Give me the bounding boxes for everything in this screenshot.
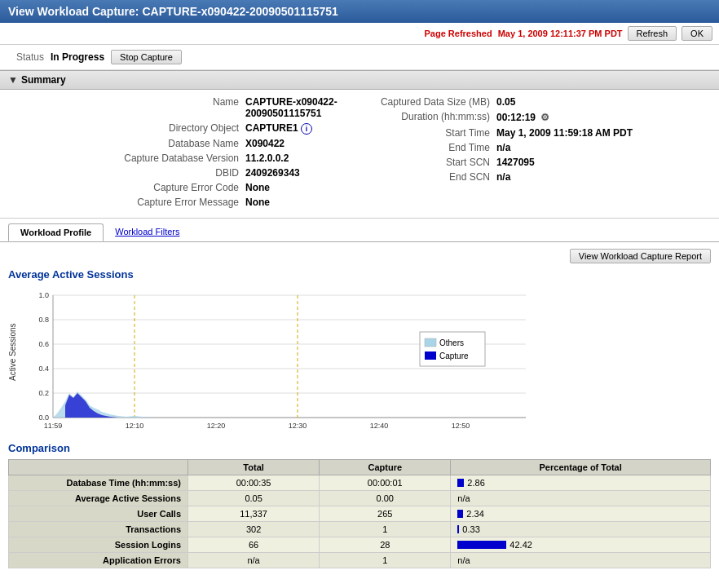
cell-pct-db-time: 2.86 [451, 475, 711, 491]
content-area: View Workload Capture Report Average Act… [0, 242, 719, 575]
collapse-icon: ▼ [8, 74, 18, 86]
ok-button[interactable]: OK [682, 26, 712, 41]
row-label-session-logins: Session Logins [9, 537, 188, 553]
cell-total-db-time: 00:00:35 [188, 475, 320, 491]
svg-text:1.0: 1.0 [38, 291, 49, 299]
cell-total-session-logins: 66 [188, 537, 320, 553]
svg-text:12:50: 12:50 [452, 422, 470, 430]
refresh-button[interactable]: Refresh [628, 26, 677, 41]
cell-total-avg-sessions: 0.05 [188, 491, 320, 506]
field-name: Name CAPTURE-x090422-20090501115751 [16, 96, 343, 119]
svg-text:12:40: 12:40 [370, 422, 389, 430]
cell-capture-app-errors: 1 [320, 553, 451, 568]
summary-header[interactable]: ▼ Summary [0, 70, 719, 90]
status-value: In Progress [51, 51, 104, 63]
cell-capture-transactions: 1 [320, 522, 451, 537]
field-directory: Directory Object CAPTURE1 i [16, 122, 343, 135]
col-header-label [9, 460, 188, 475]
svg-text:Others: Others [439, 338, 464, 347]
svg-text:0.4: 0.4 [38, 365, 49, 373]
page-title: View Workload Capture: CAPTURE-x090422-2… [0, 0, 719, 23]
svg-text:0.6: 0.6 [38, 340, 49, 348]
cell-pct-user-calls: 2.34 [451, 506, 711, 522]
tab-workload-profile[interactable]: Workload Profile [8, 223, 104, 241]
row-label-user-calls: User Calls [9, 506, 188, 522]
summary-right: Captured Data Size (MB) 0.05 Duration (h… [360, 96, 719, 211]
table-row: Database Time (hh:mm:ss) 00:00:35 00:00:… [9, 475, 711, 491]
pct-bar-user-calls [457, 510, 463, 518]
svg-text:0.2: 0.2 [38, 389, 49, 397]
svg-text:12:30: 12:30 [289, 422, 307, 430]
field-error-message: Capture Error Message None [16, 197, 343, 208]
svg-rect-26 [425, 338, 436, 347]
status-row: Status In Progress Stop Capture [0, 45, 719, 70]
cell-total-transactions: 302 [188, 522, 320, 537]
top-bar: Page Refreshed May 1, 2009 12:11:37 PM P… [0, 23, 719, 45]
col-header-capture: Capture [320, 460, 451, 475]
field-end-scn: End SCN n/a [376, 171, 703, 183]
row-label-db-time: Database Time (hh:mm:ss) [9, 475, 188, 491]
chart-area: Active Sessions 1.0 0.8 0.6 0.4 0.2 [8, 287, 711, 432]
field-data-size: Captured Data Size (MB) 0.05 [376, 96, 703, 108]
field-start-scn: Start SCN 1427095 [376, 157, 703, 168]
table-row: Transactions 302 1 0.33 [9, 522, 711, 537]
pct-bar-transactions [457, 525, 459, 533]
svg-text:0.8: 0.8 [38, 316, 49, 324]
stop-capture-button[interactable]: Stop Capture [111, 50, 182, 64]
svg-text:12:10: 12:10 [126, 422, 144, 430]
summary-section: Name CAPTURE-x090422-20090501115751 Dire… [0, 90, 719, 219]
row-label-avg-sessions: Average Active Sessions [9, 491, 188, 506]
y-axis-label: Active Sessions [8, 287, 17, 418]
col-header-total: Total [188, 460, 320, 475]
field-dbid: DBID 2409269343 [16, 167, 343, 179]
view-report-button[interactable]: View Workload Capture Report [570, 249, 711, 263]
summary-left: Name CAPTURE-x090422-20090501115751 Dire… [0, 96, 360, 211]
svg-marker-23 [53, 391, 493, 418]
refresh-info: Page Refreshed May 1, 2009 12:11:37 PM P… [424, 29, 622, 38]
cell-pct-app-errors: n/a [451, 553, 711, 568]
pct-bar-session-logins [457, 541, 506, 549]
chart-wrapper: 1.0 0.8 0.6 0.4 0.2 0.0 11:59 12:10 12:2… [20, 287, 711, 432]
table-row: Application Errors n/a 1 n/a [9, 553, 711, 568]
cell-pct-session-logins: 42.42 [451, 537, 711, 553]
field-dbname: Database Name X090422 [16, 138, 343, 149]
table-row: Average Active Sessions 0.05 0.00 n/a [9, 491, 711, 506]
comparison-title: Comparison [8, 442, 711, 454]
cell-total-user-calls: 11,337 [188, 506, 320, 522]
chart-svg: 1.0 0.8 0.6 0.4 0.2 0.0 11:59 12:10 12:2… [20, 287, 575, 430]
cell-total-app-errors: n/a [188, 553, 320, 568]
svg-text:12:20: 12:20 [207, 422, 226, 430]
chart-title: Average Active Sessions [8, 268, 711, 281]
field-start-time: Start Time May 1, 2009 11:59:18 AM PDT [376, 127, 703, 139]
cell-capture-session-logins: 28 [320, 537, 451, 553]
svg-text:0.0: 0.0 [38, 413, 49, 422]
svg-text:Capture: Capture [439, 351, 469, 360]
cell-pct-transactions: 0.33 [451, 522, 711, 537]
report-btn-row: View Workload Capture Report [8, 249, 711, 263]
cell-pct-avg-sessions: n/a [451, 491, 711, 506]
status-label: Status [16, 51, 44, 63]
tabs-container: Workload Profile Workload Filters [0, 219, 719, 242]
directory-info-icon[interactable]: i [301, 123, 312, 135]
svg-rect-25 [420, 332, 485, 366]
field-duration: Duration (hh:mm:ss) 00:12:19 ⚙ [376, 111, 703, 124]
cell-capture-db-time: 00:00:01 [320, 475, 451, 491]
pct-bar-db-time [457, 479, 464, 487]
cell-capture-user-calls: 265 [320, 506, 451, 522]
field-error-code: Capture Error Code None [16, 182, 343, 193]
table-row: Session Logins 66 28 42.42 [9, 537, 711, 553]
svg-marker-24 [65, 393, 118, 418]
col-header-pct: Percentage of Total [451, 460, 711, 475]
tab-workload-filters[interactable]: Workload Filters [104, 223, 191, 241]
svg-rect-28 [425, 351, 436, 360]
field-capture-version: Capture Database Version 11.2.0.0.2 [16, 153, 343, 164]
comparison-table: Total Capture Percentage of Total Databa… [8, 459, 711, 568]
row-label-app-errors: Application Errors [9, 553, 188, 568]
cell-capture-avg-sessions: 0.00 [320, 491, 451, 506]
field-end-time: End Time n/a [376, 142, 703, 153]
duration-settings-icon[interactable]: ⚙ [538, 111, 551, 124]
table-row: User Calls 11,337 265 2.34 [9, 506, 711, 522]
row-label-transactions: Transactions [9, 522, 188, 537]
svg-text:11:59: 11:59 [44, 422, 63, 430]
